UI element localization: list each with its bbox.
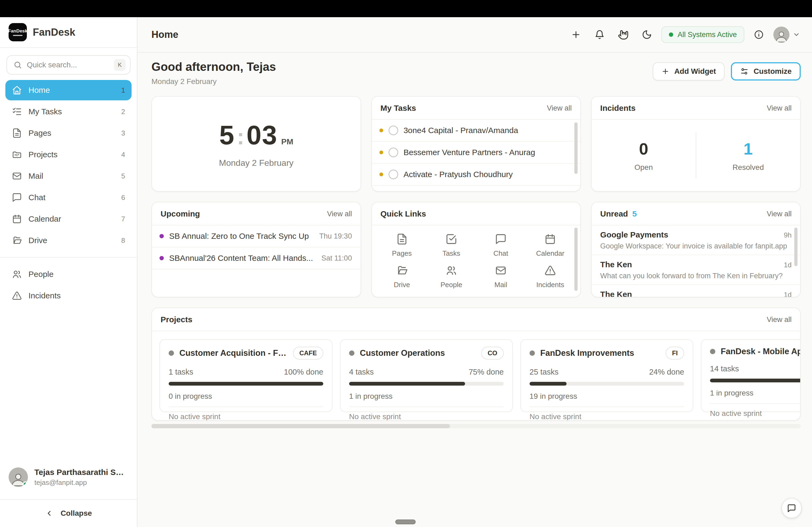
sidebar-item-count: 4 xyxy=(121,151,125,159)
message-time: 1d xyxy=(784,291,792,297)
account-menu[interactable] xyxy=(773,27,800,43)
quick-link-calendar[interactable]: Calendar xyxy=(525,230,575,261)
sidebar-divider xyxy=(0,257,137,258)
project-progress-bar xyxy=(530,382,684,386)
quick-link-tasks[interactable]: Tasks xyxy=(427,230,476,261)
my-tasks-view-all-link[interactable]: View all xyxy=(547,104,572,112)
task-row[interactable]: Bessemer Venture Partners - Anurag xyxy=(372,142,581,164)
card-divider xyxy=(530,407,684,407)
sidebar-item-projects[interactable]: Projects 4 xyxy=(5,144,132,165)
rock-hand-icon[interactable] xyxy=(614,26,632,44)
unread-message-row[interactable]: The Ken 1d What can you look forward to … xyxy=(592,255,800,285)
quick-link-chat[interactable]: Chat xyxy=(476,230,525,261)
project-in-progress: 1 in progress xyxy=(349,392,504,401)
quick-link-label: Mail xyxy=(494,281,507,289)
task-row[interactable]: Activate - Pratyush Choudhury xyxy=(372,164,581,186)
quick-link-drive[interactable]: Drive xyxy=(377,261,427,292)
chat-fab-button[interactable] xyxy=(782,499,801,518)
collapse-sidebar-button[interactable]: Collapse xyxy=(0,499,137,527)
project-card[interactable]: Customer Operations CO 4 tasks 75% done … xyxy=(340,339,513,412)
clock-body: 5 : 03 PM Monday 2 February xyxy=(152,96,361,191)
task-checkbox[interactable] xyxy=(389,125,398,135)
widget-title: My Tasks xyxy=(380,104,416,113)
add-button[interactable] xyxy=(567,26,585,44)
system-status-badge[interactable]: All Systems Active xyxy=(661,26,744,43)
sidebar-item-drive[interactable]: Drive 8 xyxy=(5,230,132,251)
notifications-bell-icon[interactable] xyxy=(591,26,609,44)
sidebar-item-home[interactable]: Home 1 xyxy=(5,80,132,100)
add-widget-label: Add Widget xyxy=(674,67,716,76)
user-meta: Tejas Parthasarathi Suda... tejas@fanpit… xyxy=(34,468,128,487)
search-input[interactable] xyxy=(27,61,109,69)
projects-view-all-link[interactable]: View all xyxy=(767,316,792,324)
status-text: All Systems Active xyxy=(678,31,737,39)
project-card[interactable]: Customer Acquisition - Fanp... CAFE 1 ta… xyxy=(160,339,332,412)
main-area: Home All Systems Active xyxy=(137,17,812,527)
sidebar-item-label: Drive xyxy=(28,236,115,245)
project-task-count: 14 tasks xyxy=(710,364,739,373)
task-row[interactable]: RahlGroup - Sathya N S xyxy=(372,186,581,191)
quick-link-mail[interactable]: Mail xyxy=(476,261,525,292)
incidents-resolved-stat: 1 Resolved xyxy=(696,139,800,172)
quick-link-label: Chat xyxy=(494,249,508,258)
event-title: SB Annual: Zero to One Track Sync Up xyxy=(169,231,309,241)
chevron-left-icon xyxy=(45,509,53,517)
projects-horizontal-scrollbar[interactable] xyxy=(151,424,450,428)
quick-link-label: People xyxy=(440,281,462,289)
sidebar-item-mail[interactable]: Mail 5 xyxy=(5,166,132,186)
add-widget-button[interactable]: Add Widget xyxy=(653,62,724,80)
project-card[interactable]: FanDesk - Mobile App 14 tasks 1 in progr… xyxy=(701,339,800,412)
task-title: Bessemer Venture Partners - Anurag xyxy=(404,148,535,157)
event-row[interactable]: SB Annual: Zero to One Track Sync Up Thu… xyxy=(152,225,361,247)
project-task-count: 1 tasks xyxy=(169,367,193,376)
fandesk-dashboard: FanDesk FanDesk K Home 1 My Tasks 2 xyxy=(0,0,812,527)
widget-title: Quick Links xyxy=(380,209,426,219)
greeting-row: Good afternoon, Tejas Monday 2 February … xyxy=(151,60,801,86)
sidebar-item-pages[interactable]: Pages 3 xyxy=(5,123,132,143)
dark-mode-moon-icon[interactable] xyxy=(638,26,656,44)
my-tasks-scrollbar[interactable] xyxy=(574,122,578,174)
upcoming-view-all-link[interactable]: View all xyxy=(327,210,352,218)
project-card[interactable]: FanDesk Improvements FI 25 tasks 24% don… xyxy=(520,339,693,412)
event-row[interactable]: SBAnnual'26 Content Team: All Hands... S… xyxy=(152,247,361,269)
task-checkbox[interactable] xyxy=(389,148,398,157)
message-sender: The Ken xyxy=(600,290,632,297)
quick-link-people[interactable]: People xyxy=(427,261,476,292)
sidebar-item-incidents[interactable]: Incidents xyxy=(5,286,132,306)
quick-links-scrollbar[interactable] xyxy=(574,228,578,291)
priority-dot xyxy=(379,151,383,154)
my-tasks-list: 3one4 Capital - Pranav/Amanda Bessemer V… xyxy=(372,120,581,191)
clock-date: Monday 2 February xyxy=(219,158,293,168)
sidebar-item-calendar[interactable]: Calendar 7 xyxy=(5,209,132,229)
mail-icon xyxy=(495,265,507,276)
info-icon[interactable] xyxy=(750,26,768,44)
project-status-dot xyxy=(169,350,174,356)
quick-link-incidents[interactable]: Incidents xyxy=(525,261,575,292)
sidebar-item-chat[interactable]: Chat 6 xyxy=(5,187,132,208)
project-status-dot xyxy=(530,350,535,356)
quick-link-pages[interactable]: Pages xyxy=(377,230,427,261)
incidents-view-all-link[interactable]: View all xyxy=(767,104,792,112)
sidebar-item-people[interactable]: People xyxy=(5,264,132,284)
app-logo: FanDesk xyxy=(9,23,27,41)
customize-button[interactable]: Customize xyxy=(731,62,801,80)
unread-message-row[interactable]: Google Payments 9h Google Workspace: You… xyxy=(592,225,800,255)
project-cards-row: Customer Acquisition - Fanp... CAFE 1 ta… xyxy=(152,331,800,420)
project-in-progress: 0 in progress xyxy=(169,392,323,401)
open-label: Open xyxy=(635,163,653,172)
unread-message-row[interactable]: The Ken 1d xyxy=(592,285,800,297)
bottom-drag-handle[interactable] xyxy=(395,520,416,524)
resolved-count: 1 xyxy=(743,139,753,158)
unread-view-all-link[interactable]: View all xyxy=(767,210,792,218)
my-tasks-header: My Tasks View all xyxy=(372,96,581,120)
incidents-header: Incidents View all xyxy=(592,96,800,120)
unread-scrollbar[interactable] xyxy=(794,228,798,266)
user-profile[interactable]: Tejas Parthasarathi Suda... tejas@fanpit… xyxy=(0,460,137,499)
task-row[interactable]: 3one4 Capital - Pranav/Amanda xyxy=(372,120,581,142)
sidebar-item-my-tasks[interactable]: My Tasks 2 xyxy=(5,102,132,122)
task-checkbox[interactable] xyxy=(389,169,398,179)
card-divider xyxy=(710,403,800,404)
user-name: Tejas Parthasarathi Suda... xyxy=(34,468,128,477)
quick-search[interactable]: K xyxy=(6,55,130,75)
users-icon xyxy=(446,265,457,276)
